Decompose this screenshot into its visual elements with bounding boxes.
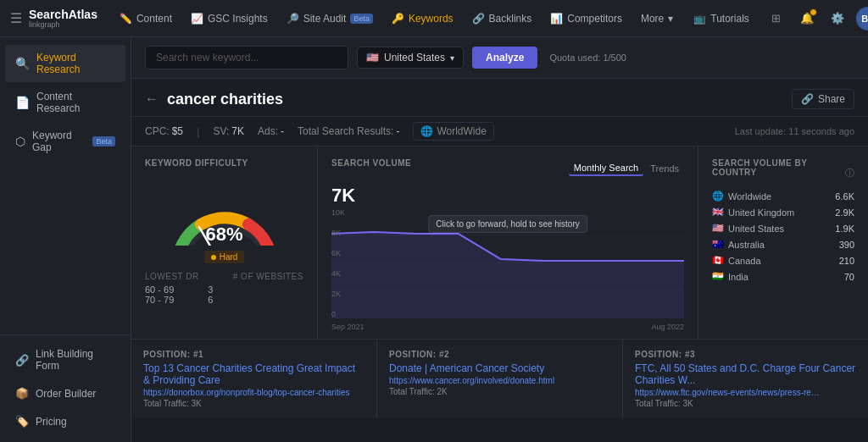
audit-beta-badge: Beta: [350, 14, 373, 24]
svbc-country-uk: 🇬🇧 United Kingdom: [712, 207, 794, 218]
sidebar-item-keyword-research[interactable]: 🔍 Keyword Research: [5, 45, 125, 82]
monthly-search-toggle[interactable]: Monthly Search: [569, 161, 643, 176]
cpc-meta: CPC: $5: [145, 125, 183, 137]
keywords-icon: 🔑: [392, 13, 404, 25]
svbc-card-title: SEARCH VOLUME BY COUNTRY ⓘ: [712, 158, 854, 187]
analyze-button[interactable]: Analyze: [472, 47, 537, 69]
keyword-title-area: ← cancer charities: [145, 91, 283, 108]
gap-icon: ⬡: [15, 135, 25, 148]
chart-tooltip: Click to go forward, hold to see history: [428, 215, 587, 233]
nav-content[interactable]: ✏️ Content: [111, 8, 181, 30]
us-flag-icon-svbc: 🇺🇸: [712, 223, 724, 234]
svbc-row-uk: 🇬🇧 United Kingdom 2.9K: [712, 207, 854, 218]
notification-bell-btn[interactable]: 🔔: [795, 7, 819, 30]
sidebar-item-link-building[interactable]: 🔗 Link Building Form: [5, 341, 125, 378]
search-bar: 🇺🇸 United States ▾ Analyze Quota used: 1…: [131, 37, 868, 79]
ads-meta: Ads: -: [258, 125, 284, 137]
gauge-container: 68% Hard: [145, 178, 303, 263]
serp-url-3[interactable]: https://www.ftc.gov/news-events/news/pre…: [635, 388, 821, 397]
ca-flag-icon: 🇨🇦: [712, 255, 724, 266]
globe-icon: 🌐: [420, 125, 433, 137]
hamburger-icon[interactable]: ☰: [10, 10, 22, 26]
dr-row-1: 70 - 79 6: [145, 295, 303, 305]
svbc-row-us: 🇺🇸 United States 1.9K: [712, 223, 854, 234]
nav-site-audit[interactable]: 🔎 Site Audit Beta: [278, 8, 381, 30]
content-icon: ✏️: [120, 13, 132, 25]
file-icon: 📄: [15, 96, 30, 109]
last-update-text: Last update: 11 seconds ago: [735, 126, 854, 136]
sidebar-item-keyword-gap[interactable]: ⬡ Keyword Gap Beta: [5, 123, 125, 160]
us-flag-icon: 🇺🇸: [366, 52, 379, 64]
sv-value: 7K: [331, 185, 684, 207]
svbc-list: 🌐 Worldwide 6.6K 🇬🇧 United Kingdom 2.9K: [712, 191, 854, 282]
kd-card-title: KEYWORD DIFFICULTY: [145, 158, 303, 168]
search-input[interactable]: [145, 46, 348, 69]
serp-title-3[interactable]: FTC, All 50 States and D.C. Charge Four …: [635, 362, 856, 386]
serp-traffic-3: Total Traffic: 3K: [635, 399, 856, 408]
nav-right-area: 📺 Tutorials ⊞ 🔔 ⚙️ BS ▾: [685, 7, 868, 30]
nav-backlinks[interactable]: 🔗 Backlinks: [464, 8, 541, 30]
serp-title-2[interactable]: Donate | American Cancer Society: [389, 362, 610, 374]
chevron-down-icon: ▾: [668, 13, 673, 25]
svbc-country-worldwide: 🌐 Worldwide: [712, 191, 771, 202]
quota-text: Quota used: 1/500: [549, 52, 626, 63]
sidebar-item-pricing[interactable]: 🏷️ Pricing: [5, 408, 125, 434]
sidebar-item-content-research[interactable]: 📄 Content Research: [5, 84, 125, 121]
worldwide-button[interactable]: 🌐 WorldWide: [413, 122, 493, 141]
info-icon[interactable]: ⓘ: [845, 167, 854, 180]
main-layout: 🔍 Keyword Research 📄 Content Research ⬡ …: [0, 37, 868, 442]
serp-traffic-2: Total Traffic: 2K: [389, 387, 610, 396]
position-3-label: POSITION: #3: [635, 350, 856, 359]
svbc-country-ca: 🇨🇦 Canada: [712, 255, 761, 266]
trends-toggle[interactable]: Trends: [645, 161, 684, 176]
chevron-down-icon-country: ▾: [450, 53, 454, 63]
sv-meta: SV: 7K: [213, 125, 244, 137]
nav-more[interactable]: More ▾: [632, 8, 682, 30]
svbc-row-au: 🇦🇺 Australia 390: [712, 239, 854, 250]
keyword-meta: CPC: $5 | SV: 7K Ads: - Total Search Res…: [131, 117, 868, 146]
dr-table: LOWEST DR # OF WEBSITES 60 - 69 3 70 - 7…: [145, 272, 303, 305]
share-button[interactable]: 🔗 Share: [792, 89, 854, 109]
position-1-label: POSITION: #1: [143, 350, 364, 359]
search-volume-card: SEARCH VOLUME Monthly Search Trends 7K C…: [318, 146, 698, 339]
grid-icon-btn[interactable]: ⊞: [765, 7, 788, 30]
svbc-row-in: 🇮🇳 India 70: [712, 271, 854, 282]
svbc-row-ca: 🇨🇦 Canada 210: [712, 255, 854, 266]
nav-gsc-insights[interactable]: 📈 GSC Insights: [182, 8, 276, 30]
au-flag-icon: 🇦🇺: [712, 239, 724, 250]
serp-title-1[interactable]: Top 13 Cancer Charities Creating Great I…: [143, 362, 364, 386]
cards-row: KEYWORD DIFFICULTY: [131, 146, 868, 340]
gauge-chart: 68%: [165, 178, 284, 246]
avatar[interactable]: BS: [856, 7, 868, 30]
box-icon: 📦: [15, 387, 29, 400]
nav-competitors[interactable]: 📊 Competitors: [542, 8, 631, 30]
sv-card-header: SEARCH VOLUME Monthly Search Trends: [331, 158, 684, 178]
main-content: 🇺🇸 United States ▾ Analyze Quota used: 1…: [131, 37, 868, 442]
sv-toggle-group: Monthly Search Trends: [569, 161, 684, 176]
serp-url-2[interactable]: https://www.cancer.org/involved/donate.h…: [389, 376, 610, 385]
worldwide-flag-icon: 🌐: [712, 191, 724, 202]
competitors-icon: 📊: [550, 13, 563, 25]
sidebar: 🔍 Keyword Research 📄 Content Research ⬡ …: [0, 37, 131, 442]
sidebar-item-order-builder[interactable]: 📦 Order Builder: [5, 380, 125, 406]
keyword-title: cancer charities: [167, 91, 283, 108]
in-flag-icon: 🇮🇳: [712, 271, 724, 282]
sidebar-bottom: 🔗 Link Building Form 📦 Order Builder 🏷️ …: [0, 334, 131, 435]
hard-dot-icon: [211, 255, 216, 260]
backlinks-icon: 🔗: [472, 13, 485, 25]
difficulty-badge: Hard: [204, 251, 245, 263]
country-selector[interactable]: 🇺🇸 United States ▾: [357, 47, 464, 69]
search-icon: 🔍: [15, 57, 30, 70]
position-2-label: POSITION: #2: [389, 350, 610, 359]
svbc-country-in: 🇮🇳 India: [712, 271, 748, 282]
settings-gear-btn[interactable]: ⚙️: [826, 7, 849, 30]
svbc-country-au: 🇦🇺 Australia: [712, 239, 765, 250]
gauge-percentage: 68%: [205, 224, 242, 246]
serp-url-1[interactable]: https://donorbox.org/nonprofit-blog/top-…: [143, 388, 364, 397]
sv-chart-area: Click to go forward, hold to see history: [331, 208, 684, 327]
nav-keywords[interactable]: 🔑 Keywords: [383, 8, 462, 30]
back-arrow-icon[interactable]: ←: [145, 91, 159, 107]
nav-tutorials[interactable]: 📺 Tutorials: [685, 8, 758, 30]
audit-icon: 🔎: [287, 13, 299, 25]
serp-traffic-1: Total Traffic: 3K: [143, 399, 364, 408]
